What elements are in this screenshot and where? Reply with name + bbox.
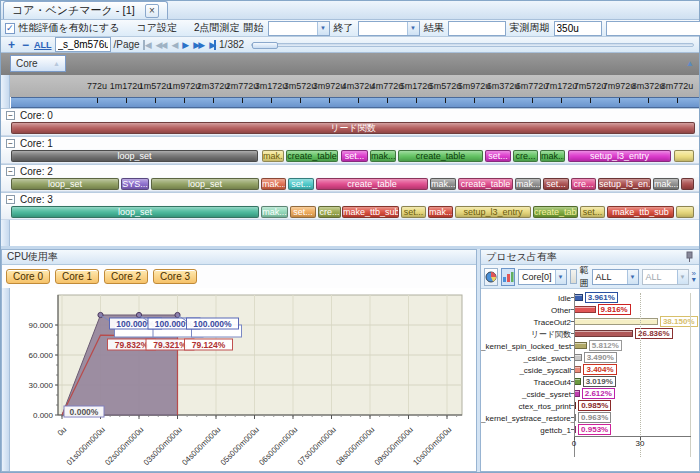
- timeline-segment[interactable]: make_ttb_sub: [607, 206, 674, 218]
- process-row[interactable]: リード関数26.836%: [481, 328, 699, 340]
- timeline-segment[interactable]: [674, 150, 694, 162]
- process-row[interactable]: gettcb_10.953%: [481, 424, 699, 436]
- timeline-segment[interactable]: loop_set: [151, 178, 259, 190]
- start-combo[interactable]: ▼: [268, 21, 330, 36]
- range-select[interactable]: ALL▼: [592, 269, 639, 285]
- prev-page-button[interactable]: ◀: [170, 40, 177, 50]
- measured-period-field[interactable]: [554, 21, 602, 36]
- process-row[interactable]: _cside_swctx3.490%: [481, 352, 699, 364]
- collapse-icon[interactable]: −: [6, 167, 15, 176]
- collapse-icon[interactable]: −: [6, 195, 15, 204]
- timeline-segment[interactable]: setup_l3_en...: [598, 178, 651, 190]
- timeline-segment[interactable]: set...: [580, 206, 605, 218]
- timeline-segment[interactable]: cre...: [513, 150, 538, 162]
- process-row[interactable]: _cside_syscall3.404%: [481, 364, 699, 376]
- next-page-button[interactable]: ▶: [181, 40, 188, 50]
- timeline-segment[interactable]: mak...: [428, 206, 453, 218]
- timeline-segment[interactable]: create_table: [533, 206, 578, 218]
- result-field[interactable]: [448, 21, 506, 36]
- core-select[interactable]: Core[0]▼: [518, 269, 567, 285]
- ruler-tick-mark: [590, 98, 591, 103]
- timeline-segment[interactable]: setup_l3_entry: [455, 206, 531, 218]
- end-input[interactable]: [359, 22, 407, 35]
- timeline-segment[interactable]: SYS...: [121, 178, 149, 190]
- timeline-segment[interactable]: mak...: [540, 150, 565, 162]
- process-row[interactable]: Idle3.961%: [481, 292, 699, 304]
- zoom-in-button[interactable]: +: [6, 40, 17, 50]
- timeline-segment[interactable]: mak...: [261, 178, 286, 190]
- first-page-button[interactable]: ◀: [143, 40, 151, 50]
- toolbar-overflow-button[interactable]: »▾: [692, 271, 696, 283]
- cpu-data-label: 79.832%: [115, 340, 149, 350]
- timeline-segment[interactable]: make_ttb_sub: [342, 206, 399, 218]
- timeline-segment[interactable]: リード関数: [11, 122, 695, 134]
- process-row[interactable]: ctex_rtos_print0.985%: [481, 400, 699, 412]
- timeline-segment[interactable]: mak...: [653, 178, 679, 190]
- timeline-segment[interactable]: create_table: [286, 150, 338, 162]
- start-input[interactable]: [269, 22, 317, 35]
- core-1-filter-button[interactable]: Core 1: [55, 269, 99, 284]
- timeline-segment[interactable]: set...: [401, 206, 426, 218]
- timeline-segment[interactable]: setup_l3_entry: [568, 150, 671, 162]
- timeline-segment[interactable]: mak...: [515, 178, 541, 190]
- timeline-segment[interactable]: set...: [288, 178, 314, 190]
- timeline-segment[interactable]: [676, 206, 694, 218]
- timeline-scrollbar[interactable]: [251, 43, 694, 47]
- extra-field[interactable]: [606, 21, 700, 36]
- scrollbar-thumb[interactable]: [252, 42, 278, 49]
- timeline-segment[interactable]: create_table: [316, 178, 428, 190]
- timeline-segment[interactable]: loop_set: [11, 150, 258, 162]
- perf-eval-checkbox[interactable]: ✓: [5, 23, 15, 34]
- chevron-down-icon[interactable]: ▼: [317, 22, 329, 35]
- core-0-filter-button[interactable]: Core 0: [6, 269, 50, 284]
- ruler-tick-mark: [648, 98, 649, 103]
- timeline-segment[interactable]: set...: [543, 178, 569, 190]
- timeline-segment[interactable]: create_table: [458, 178, 513, 190]
- timeline-segment[interactable]: [681, 178, 694, 190]
- process-row[interactable]: _cside_sysret2.612%: [481, 388, 699, 400]
- tab-core-benchmark[interactable]: コア・ベンチマーク - [1] ×: [3, 1, 168, 19]
- process-label: _cside_swctx: [481, 354, 574, 363]
- pin-icon[interactable]: [685, 251, 694, 263]
- zoom-all-button[interactable]: ALL: [34, 40, 52, 50]
- timeline-segment[interactable]: mak...: [430, 178, 456, 190]
- core-column-dropdown[interactable]: Core ▲: [10, 55, 66, 72]
- collapse-icon[interactable]: −: [6, 111, 15, 120]
- timeline-segment[interactable]: loop_set: [11, 178, 119, 190]
- timeline-segment[interactable]: mak...: [262, 150, 284, 162]
- collapse-icon[interactable]: −: [6, 139, 15, 148]
- last-page-button[interactable]: ▶: [208, 40, 216, 50]
- process-row[interactable]: _kernel_spin_locked_test5.812%: [481, 340, 699, 352]
- timeline-segment[interactable]: cre...: [571, 178, 596, 190]
- fast-back-button[interactable]: ◀◀: [155, 40, 167, 50]
- cpu-panel-left-strip[interactable]: [2, 288, 10, 471]
- core-track-2: loop_setSYS...loop_setmak...set...create…: [1, 177, 699, 192]
- process-row[interactable]: Other9.816%: [481, 304, 699, 316]
- close-icon[interactable]: ×: [145, 4, 159, 18]
- ruler-tick-mark: [271, 98, 272, 103]
- end-combo[interactable]: ▼: [358, 21, 420, 36]
- timeline-segment[interactable]: mak...: [261, 206, 288, 218]
- core-settings-button[interactable]: コア設定: [131, 20, 181, 36]
- chevron-down-icon[interactable]: ▼: [407, 22, 419, 35]
- collapse-band-icon[interactable]: ▲: [686, 59, 694, 68]
- page-band[interactable]: [11, 97, 699, 108]
- timeline-segment[interactable]: mak...: [370, 150, 396, 162]
- bar-chart-view-button[interactable]: [501, 268, 515, 286]
- page-scale-field[interactable]: [55, 37, 111, 52]
- process-row[interactable]: TraceOut238.150%: [481, 316, 699, 328]
- timeline-segment[interactable]: create_table: [398, 150, 483, 162]
- process-row[interactable]: TraceOut43.019%: [481, 376, 699, 388]
- fast-fwd-button[interactable]: ▶▶: [192, 40, 204, 50]
- timeline-segment[interactable]: set...: [341, 150, 368, 162]
- pie-chart-view-button[interactable]: [484, 268, 498, 286]
- zoom-out-button[interactable]: −: [20, 40, 31, 50]
- timeline-segment[interactable]: set...: [290, 206, 316, 218]
- process-row[interactable]: _kernel_systrace_restore_irq0.963%: [481, 412, 699, 424]
- core-3-filter-button[interactable]: Core 3: [153, 269, 197, 284]
- core-2-filter-button[interactable]: Core 2: [104, 269, 148, 284]
- timeline-segment[interactable]: cre...: [318, 206, 341, 218]
- range-color-swatch[interactable]: [570, 269, 577, 284]
- timeline-segment[interactable]: loop_set: [11, 206, 259, 218]
- timeline-segment[interactable]: set...: [485, 150, 511, 162]
